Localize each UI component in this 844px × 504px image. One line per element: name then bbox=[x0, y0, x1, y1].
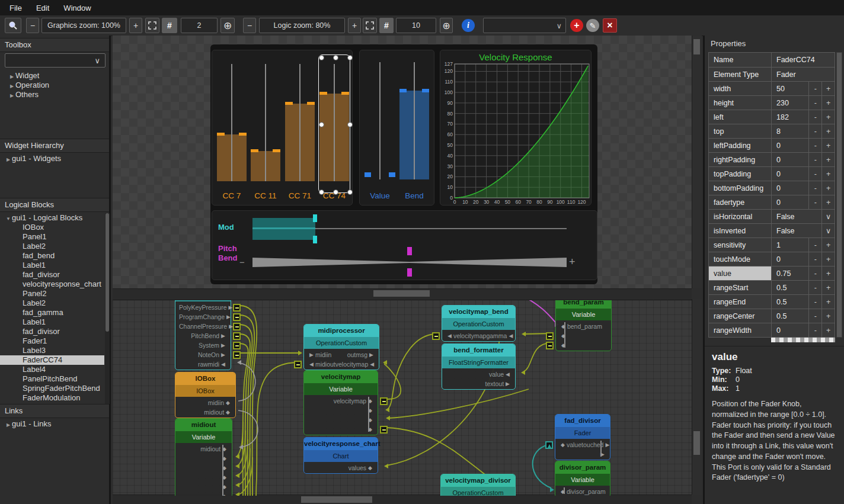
node-port-row[interactable]: ◆valuetouched▶ bbox=[555, 440, 610, 450]
wire[interactable] bbox=[256, 362, 297, 496]
logical-blocks-root[interactable]: ▼gui1 - Logical Blocks bbox=[0, 213, 104, 223]
wire[interactable] bbox=[240, 306, 257, 496]
delete-gui-button[interactable]: × bbox=[603, 18, 617, 33]
property-decrement-button[interactable]: - bbox=[808, 82, 821, 95]
wire[interactable] bbox=[238, 448, 250, 485]
property-value[interactable]: False bbox=[771, 224, 821, 237]
wire[interactable] bbox=[240, 325, 252, 496]
port-collapse-toggle[interactable] bbox=[233, 342, 241, 349]
info-button[interactable]: i bbox=[462, 19, 475, 32]
node-port-row[interactable]: midiin◆ bbox=[175, 398, 235, 407]
port-collapse-toggle[interactable] bbox=[380, 426, 388, 434]
property-label[interactable]: bottomPadding bbox=[709, 181, 771, 195]
property-decrement-button[interactable]: - bbox=[808, 124, 821, 138]
edit-gui-button[interactable]: ✎ bbox=[586, 19, 599, 32]
wire[interactable] bbox=[524, 300, 556, 323]
selection-handle[interactable] bbox=[347, 190, 353, 195]
wire[interactable] bbox=[238, 410, 258, 447]
logic-zoom-value[interactable]: Logic zoom: 80% bbox=[259, 18, 345, 33]
node-port-row[interactable]: ◀midioutvelocitymap◀ bbox=[304, 359, 379, 369]
property-increment-button[interactable]: + bbox=[821, 82, 835, 95]
property-value[interactable]: Fader bbox=[771, 68, 835, 81]
property-value[interactable]: 50 bbox=[771, 82, 808, 95]
node-midiprocessor[interactable]: midiprocessorOperationCustom▶midiinoutms… bbox=[303, 324, 379, 370]
node-port-row[interactable]: PolyKeyPressure▶ bbox=[175, 303, 231, 312]
property-label[interactable]: topPadding bbox=[709, 167, 771, 181]
property-label[interactable]: top bbox=[709, 124, 771, 138]
scrollbar-handle[interactable] bbox=[373, 290, 430, 297]
property-label[interactable]: touchMode bbox=[709, 252, 771, 266]
property-increment-button[interactable]: + bbox=[821, 252, 835, 266]
add-gui-button[interactable]: + bbox=[570, 19, 583, 32]
property-increment-button[interactable]: + bbox=[821, 323, 835, 337]
wire[interactable] bbox=[239, 457, 252, 495]
property-label[interactable]: fadertype bbox=[709, 195, 771, 209]
graphics-zoom-out-button[interactable]: − bbox=[26, 18, 39, 33]
logic-view[interactable]: PolyKeyPressure▶ProgramChange▶ChannelPre… bbox=[113, 299, 692, 496]
node-divisor-param[interactable]: divisor_paramVariable◆divisor_param bbox=[555, 461, 610, 496]
node-bend-formatter[interactable]: bend_formatterFloatStringFormattervalue◀… bbox=[442, 344, 516, 390]
port-collapse-toggle[interactable] bbox=[233, 332, 241, 340]
graphics-hscrollbar[interactable] bbox=[113, 288, 692, 298]
selection-handle[interactable] bbox=[319, 190, 324, 195]
node-midiout[interactable]: midioutVariablemidiout◆◆◆◆◆◆ bbox=[175, 418, 232, 496]
logical-block-item-iobox[interactable]: IOBox bbox=[0, 223, 104, 232]
node-velocitymap-bend[interactable]: velocitymap_bendOperationCustom◀velocity… bbox=[442, 305, 516, 342]
property-increment-button[interactable]: + bbox=[821, 281, 835, 294]
property-value[interactable]: 0 bbox=[771, 139, 808, 152]
property-decrement-button[interactable]: - bbox=[808, 181, 821, 195]
scrollbar-handle[interactable] bbox=[693, 39, 700, 54]
property-value[interactable]: 8 bbox=[771, 124, 808, 138]
scrollbar-handle[interactable] bbox=[301, 496, 372, 503]
property-decrement-button[interactable]: - bbox=[808, 309, 821, 323]
mod-slider-handle[interactable] bbox=[313, 236, 317, 243]
wire[interactable] bbox=[236, 422, 243, 457]
node-iobox[interactable]: IOBoxIOBoxmidiin◆midiout◆ bbox=[175, 372, 236, 418]
selection-handle[interactable] bbox=[319, 122, 324, 127]
selection-handle[interactable] bbox=[333, 55, 338, 60]
wire[interactable] bbox=[240, 334, 250, 496]
property-increment-button[interactable]: + bbox=[821, 110, 835, 124]
logic-grid-size-input[interactable]: 10 bbox=[396, 18, 436, 33]
node-bend-param[interactable]: bend_paramVariable◆bend_param◆◆ bbox=[555, 299, 612, 351]
toolbox-item-widget[interactable]: ▶Widget bbox=[0, 71, 109, 81]
wire[interactable] bbox=[240, 315, 254, 496]
property-increment-button[interactable]: + bbox=[821, 153, 835, 166]
node-port-row[interactable]: PitchBend▶ bbox=[175, 331, 231, 341]
port-collapse-toggle[interactable] bbox=[546, 332, 554, 340]
node-port-row[interactable]: ◆ bbox=[304, 425, 378, 434]
property-decrement-button[interactable]: - bbox=[808, 167, 821, 181]
wire[interactable] bbox=[384, 364, 401, 399]
logical-block-item-panel2[interactable]: Panel2 bbox=[0, 289, 104, 298]
property-value[interactable]: FaderCC74 bbox=[771, 53, 835, 67]
property-increment-button[interactable]: + bbox=[821, 238, 835, 252]
logical-block-item-label1[interactable]: Label1 bbox=[0, 261, 104, 270]
property-value[interactable]: 0.5 bbox=[771, 309, 808, 323]
property-value[interactable]: 0 bbox=[771, 167, 808, 181]
property-label[interactable]: leftPadding bbox=[709, 139, 771, 152]
property-dropdown-chevron[interactable]: ∨ bbox=[821, 210, 835, 223]
logical-block-item-fad_divisor[interactable]: fad_divisor bbox=[0, 270, 104, 280]
node-port-row[interactable]: ▶midiinoutmsg▶ bbox=[304, 350, 379, 359]
wire[interactable] bbox=[388, 334, 436, 409]
property-label[interactable]: isHorizontal bbox=[709, 210, 771, 223]
property-decrement-button[interactable]: - bbox=[808, 323, 821, 337]
port-collapse-toggle[interactable] bbox=[546, 342, 554, 349]
widget-hierarchy-root[interactable]: ▶gui1 - Widgets bbox=[0, 154, 109, 163]
property-decrement-button[interactable]: - bbox=[808, 195, 821, 209]
logical-block-item-fad_gamma[interactable]: fad_gamma bbox=[0, 308, 104, 317]
property-value[interactable]: False bbox=[771, 210, 821, 223]
graphics-grid-size-input[interactable]: 2 bbox=[181, 18, 218, 33]
node-midi-input[interactable]: PolyKeyPressure▶ProgramChange▶ChannelPre… bbox=[175, 299, 231, 370]
wire[interactable] bbox=[238, 363, 255, 401]
property-decrement-button[interactable]: - bbox=[808, 267, 821, 280]
menu-edit[interactable]: Edit bbox=[30, 2, 55, 14]
property-value[interactable]: 0 bbox=[771, 252, 808, 266]
logical-block-item-label2[interactable]: Label2 bbox=[0, 242, 104, 251]
links-root[interactable]: ▶gui1 - Links bbox=[0, 419, 109, 429]
logical-block-item-fadermodulation[interactable]: FaderModulation bbox=[0, 393, 104, 403]
logic-zoom-in-button[interactable]: + bbox=[348, 18, 361, 33]
selection-handle[interactable] bbox=[347, 55, 353, 60]
node-port-row[interactable]: velocitymap◆ bbox=[304, 396, 378, 406]
scrollbar-handle[interactable] bbox=[837, 53, 842, 337]
